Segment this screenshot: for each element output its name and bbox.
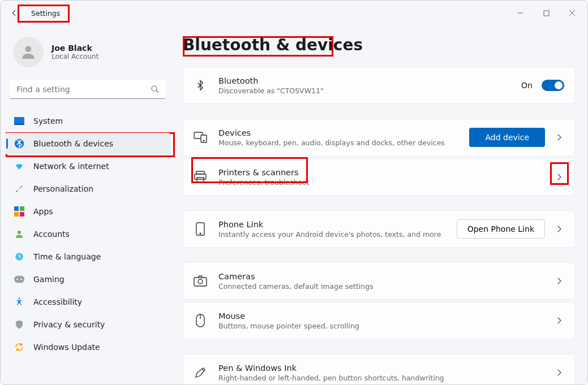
clock-icon bbox=[14, 252, 24, 262]
annotation-printers-chevron bbox=[550, 162, 569, 185]
nav-time-language[interactable]: Time & language bbox=[5, 246, 170, 267]
nav-bluetooth-devices[interactable]: Bluetooth & devices bbox=[5, 133, 170, 154]
card-sub: Buttons, mouse pointer speed, scrolling bbox=[218, 322, 543, 330]
add-device-button[interactable]: Add device bbox=[469, 128, 545, 147]
titlebar: Settings bbox=[1, 1, 587, 25]
open-phone-link-button[interactable]: Open Phone Link bbox=[457, 219, 545, 239]
bluetooth-state: On bbox=[521, 81, 533, 90]
card-phone-link[interactable]: Phone Link Instantly access your Android… bbox=[183, 210, 575, 248]
pen-icon bbox=[194, 366, 207, 379]
svg-rect-7 bbox=[20, 206, 24, 211]
phone-icon bbox=[194, 222, 207, 236]
search-input[interactable] bbox=[10, 80, 166, 99]
devices-icon bbox=[194, 131, 207, 144]
bluetooth-toggle[interactable] bbox=[542, 80, 564, 91]
nav-accessibility[interactable]: Accessibility bbox=[5, 291, 170, 313]
nav-label: Apps bbox=[33, 207, 53, 216]
chevron-right-icon bbox=[554, 276, 564, 286]
nav-apps[interactable]: Apps bbox=[5, 201, 170, 222]
card-bluetooth[interactable]: Bluetooth Discoverable as "CTOSVW11" On bbox=[183, 67, 575, 104]
person-icon bbox=[14, 229, 24, 239]
minimize-button[interactable] bbox=[507, 4, 533, 22]
svg-rect-8 bbox=[14, 212, 19, 217]
nav-label: Personalization bbox=[33, 184, 93, 193]
update-icon bbox=[14, 342, 24, 352]
card-pen-windows-ink[interactable]: Pen & Windows Ink Right-handed or left-h… bbox=[183, 354, 575, 384]
shield-icon bbox=[14, 319, 24, 330]
nav-windows-update[interactable]: Windows Update bbox=[5, 336, 170, 358]
maximize-button[interactable] bbox=[533, 4, 559, 22]
svg-rect-24 bbox=[194, 278, 207, 286]
nav-label: Gaming bbox=[33, 275, 65, 284]
accessibility-icon bbox=[14, 297, 24, 307]
svg-point-14 bbox=[20, 279, 22, 280]
svg-rect-9 bbox=[20, 212, 24, 217]
annotation-printers bbox=[191, 157, 308, 183]
card-mouse[interactable]: Mouse Buttons, mouse pointer speed, scro… bbox=[183, 302, 575, 339]
gamepad-icon bbox=[14, 274, 24, 284]
svg-point-2 bbox=[152, 86, 157, 91]
chevron-right-icon bbox=[554, 224, 564, 234]
card-sub: Connected cameras, default image setting… bbox=[218, 282, 543, 291]
svg-point-18 bbox=[203, 140, 204, 141]
account-block[interactable]: Joe Black Local Account bbox=[5, 34, 170, 77]
wifi-icon bbox=[14, 161, 24, 171]
card-title: Pen & Windows Ink bbox=[218, 364, 543, 373]
card-title: Bluetooth bbox=[218, 76, 510, 85]
annotation-heading bbox=[183, 36, 333, 57]
card-sub: Right-handed or left-handed, pen button … bbox=[218, 374, 543, 382]
nav-accounts[interactable]: Accounts bbox=[5, 223, 170, 245]
nav-label: System bbox=[33, 116, 63, 126]
apps-icon bbox=[14, 206, 24, 217]
card-sub: Mouse, keyboard, pen, audio, displays an… bbox=[218, 139, 458, 147]
svg-rect-12 bbox=[14, 276, 24, 283]
brush-icon bbox=[14, 184, 24, 194]
mouse-icon bbox=[194, 314, 207, 327]
avatar bbox=[13, 37, 44, 67]
svg-rect-6 bbox=[14, 206, 19, 211]
bluetooth-icon bbox=[194, 79, 207, 92]
nav-gaming[interactable]: Gaming bbox=[5, 269, 170, 290]
nav-label: Accessibility bbox=[33, 297, 82, 306]
chevron-right-icon bbox=[554, 315, 564, 326]
annotation-settings bbox=[18, 5, 70, 23]
card-devices[interactable]: Devices Mouse, keyboard, pen, audio, dis… bbox=[183, 119, 575, 156]
nav-label: Accounts bbox=[33, 230, 70, 239]
svg-point-15 bbox=[19, 298, 20, 300]
sidebar: Joe Black Local Account System Bluetooth… bbox=[1, 25, 175, 384]
card-title: Phone Link bbox=[218, 220, 445, 229]
nav-system[interactable]: System bbox=[5, 110, 170, 132]
svg-rect-0 bbox=[544, 11, 549, 16]
nav-label: Network & internet bbox=[33, 162, 109, 171]
account-sub: Local Account bbox=[51, 53, 98, 60]
svg-rect-4 bbox=[14, 124, 24, 125]
card-cameras[interactable]: Cameras Connected cameras, default image… bbox=[183, 262, 575, 300]
nav-label: Time & language bbox=[33, 252, 101, 261]
chevron-right-icon bbox=[554, 367, 564, 378]
main: Bluetooth & devices Bluetooth Discoverab… bbox=[175, 25, 587, 384]
svg-point-10 bbox=[18, 231, 21, 234]
close-button[interactable] bbox=[559, 4, 585, 22]
svg-point-23 bbox=[200, 233, 201, 234]
nav-label: Privacy & security bbox=[33, 320, 105, 329]
card-title: Cameras bbox=[218, 272, 543, 281]
card-sub: Discoverable as "CTOSVW11" bbox=[218, 86, 510, 95]
search-icon bbox=[150, 84, 160, 94]
nav-privacy-security[interactable]: Privacy & security bbox=[5, 314, 170, 335]
card-sub: Instantly access your Android device's p… bbox=[218, 230, 445, 239]
svg-point-1 bbox=[25, 46, 32, 52]
nav: System Bluetooth & devices Network & int… bbox=[5, 110, 170, 358]
bluetooth-icon bbox=[14, 139, 24, 149]
nav-label: Bluetooth & devices bbox=[33, 139, 113, 148]
nav-network[interactable]: Network & internet bbox=[5, 155, 170, 177]
nav-label: Windows Update bbox=[33, 343, 100, 352]
card-title: Mouse bbox=[218, 312, 543, 321]
svg-rect-3 bbox=[14, 117, 24, 124]
svg-point-13 bbox=[16, 279, 18, 280]
account-name: Joe Black bbox=[51, 44, 98, 53]
system-icon bbox=[14, 116, 24, 126]
camera-icon bbox=[194, 274, 207, 288]
card-title: Devices bbox=[218, 128, 458, 137]
nav-personalization[interactable]: Personalization bbox=[5, 178, 170, 200]
chevron-right-icon bbox=[554, 132, 564, 142]
